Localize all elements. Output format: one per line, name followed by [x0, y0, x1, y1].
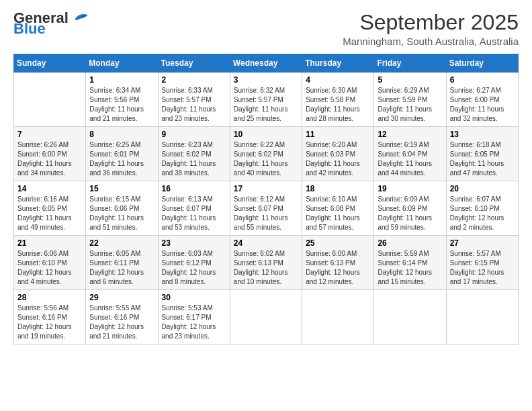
calendar-cell: 1Sunrise: 6:34 AMSunset: 5:56 PMDaylight…	[86, 73, 158, 127]
day-number: 17	[234, 184, 298, 193]
day-number: 26	[378, 238, 442, 248]
calendar-cell: 25Sunrise: 6:00 AMSunset: 6:13 PMDayligh…	[302, 236, 374, 290]
day-info: Sunrise: 6:15 AMSunset: 6:06 PMDaylight:…	[89, 195, 154, 232]
calendar-cell: 6Sunrise: 6:27 AMSunset: 6:00 PMDaylight…	[446, 73, 518, 127]
logo-bird-icon	[70, 11, 89, 23]
day-info: Sunrise: 6:34 AMSunset: 5:56 PMDaylight:…	[89, 86, 154, 124]
calendar-week-1: 1Sunrise: 6:34 AMSunset: 5:56 PMDaylight…	[14, 73, 519, 127]
calendar-cell: 29Sunrise: 5:55 AMSunset: 6:16 PMDayligh…	[86, 290, 158, 345]
page-header: General Blue September 2025 Manningham, …	[13, 11, 519, 47]
title-block: September 2025 Manningham, South Austral…	[343, 11, 519, 47]
day-number: 25	[306, 238, 370, 248]
day-info: Sunrise: 6:05 AMSunset: 6:11 PMDaylight:…	[89, 249, 154, 287]
calendar-cell: 14Sunrise: 6:16 AMSunset: 6:05 PMDayligh…	[14, 181, 86, 236]
day-info: Sunrise: 6:13 AMSunset: 6:07 PMDaylight:…	[162, 195, 226, 232]
calendar-week-4: 21Sunrise: 6:06 AMSunset: 6:10 PMDayligh…	[14, 236, 519, 290]
day-number: 19	[378, 184, 442, 193]
calendar-cell: 17Sunrise: 6:12 AMSunset: 6:07 PMDayligh…	[230, 181, 302, 236]
day-number: 27	[450, 238, 515, 248]
day-number: 23	[162, 238, 226, 248]
day-info: Sunrise: 6:06 AMSunset: 6:10 PMDaylight:…	[17, 249, 82, 287]
day-info: Sunrise: 6:02 AMSunset: 6:13 PMDaylight:…	[234, 249, 298, 287]
calendar-week-5: 28Sunrise: 5:56 AMSunset: 6:16 PMDayligh…	[14, 290, 519, 345]
column-header-sunday: Sunday	[14, 54, 86, 73]
day-number: 18	[306, 184, 370, 193]
day-number: 10	[234, 130, 298, 139]
day-number: 1	[89, 75, 154, 85]
column-header-tuesday: Tuesday	[158, 54, 230, 73]
day-number: 5	[378, 75, 442, 85]
calendar-week-3: 14Sunrise: 6:16 AMSunset: 6:05 PMDayligh…	[14, 181, 519, 236]
day-info: Sunrise: 6:18 AMSunset: 6:05 PMDaylight:…	[450, 140, 515, 178]
calendar-cell: 27Sunrise: 5:57 AMSunset: 6:15 PMDayligh…	[446, 236, 518, 290]
calendar-cell: 4Sunrise: 6:30 AMSunset: 5:58 PMDaylight…	[302, 73, 374, 127]
calendar-cell: 24Sunrise: 6:02 AMSunset: 6:13 PMDayligh…	[230, 236, 302, 290]
day-info: Sunrise: 5:56 AMSunset: 6:16 PMDaylight:…	[17, 304, 82, 341]
day-info: Sunrise: 5:59 AMSunset: 6:14 PMDaylight:…	[378, 249, 442, 287]
logo-blue-text: Blue	[13, 21, 46, 36]
calendar-cell: 3Sunrise: 6:32 AMSunset: 5:57 PMDaylight…	[230, 73, 302, 127]
day-number: 16	[162, 184, 226, 193]
calendar-table: SundayMondayTuesdayWednesdayThursdayFrid…	[13, 54, 519, 345]
day-number: 8	[89, 130, 154, 139]
calendar-cell: 5Sunrise: 6:29 AMSunset: 5:59 PMDaylight…	[374, 73, 446, 127]
day-info: Sunrise: 5:53 AMSunset: 6:17 PMDaylight:…	[162, 304, 226, 341]
calendar-cell	[446, 290, 518, 345]
calendar-week-2: 7Sunrise: 6:26 AMSunset: 6:00 PMDaylight…	[14, 127, 519, 181]
day-info: Sunrise: 6:27 AMSunset: 6:00 PMDaylight:…	[450, 86, 515, 124]
day-number: 24	[234, 238, 298, 248]
day-info: Sunrise: 6:10 AMSunset: 6:08 PMDaylight:…	[306, 195, 370, 232]
column-header-saturday: Saturday	[446, 54, 518, 73]
day-info: Sunrise: 6:12 AMSunset: 6:07 PMDaylight:…	[234, 195, 298, 232]
day-info: Sunrise: 6:26 AMSunset: 6:00 PMDaylight:…	[17, 140, 82, 178]
day-info: Sunrise: 6:32 AMSunset: 5:57 PMDaylight:…	[234, 86, 298, 124]
calendar-cell: 30Sunrise: 5:53 AMSunset: 6:17 PMDayligh…	[158, 290, 230, 345]
day-number: 13	[450, 130, 515, 139]
day-number: 21	[17, 238, 82, 248]
day-info: Sunrise: 6:16 AMSunset: 6:05 PMDaylight:…	[17, 195, 82, 232]
calendar-cell: 7Sunrise: 6:26 AMSunset: 6:00 PMDaylight…	[14, 127, 86, 181]
calendar-cell: 13Sunrise: 6:18 AMSunset: 6:05 PMDayligh…	[446, 127, 518, 181]
day-info: Sunrise: 6:00 AMSunset: 6:13 PMDaylight:…	[306, 249, 370, 287]
calendar-cell: 21Sunrise: 6:06 AMSunset: 6:10 PMDayligh…	[14, 236, 86, 290]
day-info: Sunrise: 6:09 AMSunset: 6:09 PMDaylight:…	[378, 195, 442, 232]
day-number: 2	[162, 75, 226, 85]
calendar-cell: 11Sunrise: 6:20 AMSunset: 6:03 PMDayligh…	[302, 127, 374, 181]
day-number: 15	[89, 184, 154, 193]
day-info: Sunrise: 6:20 AMSunset: 6:03 PMDaylight:…	[306, 140, 370, 178]
day-info: Sunrise: 6:22 AMSunset: 6:02 PMDaylight:…	[234, 140, 298, 178]
day-number: 6	[450, 75, 515, 85]
column-header-wednesday: Wednesday	[230, 54, 302, 73]
calendar-cell: 9Sunrise: 6:23 AMSunset: 6:02 PMDaylight…	[158, 127, 230, 181]
day-info: Sunrise: 5:57 AMSunset: 6:15 PMDaylight:…	[450, 249, 515, 287]
column-header-thursday: Thursday	[302, 54, 374, 73]
calendar-header: SundayMondayTuesdayWednesdayThursdayFrid…	[14, 54, 519, 73]
day-number: 7	[17, 130, 82, 139]
day-number: 22	[89, 238, 154, 248]
day-info: Sunrise: 6:33 AMSunset: 5:57 PMDaylight:…	[162, 86, 226, 124]
day-number: 4	[306, 75, 370, 85]
column-header-monday: Monday	[86, 54, 158, 73]
day-number: 3	[234, 75, 298, 85]
day-number: 29	[89, 293, 154, 302]
calendar-cell: 2Sunrise: 6:33 AMSunset: 5:57 PMDaylight…	[158, 73, 230, 127]
calendar-cell: 15Sunrise: 6:15 AMSunset: 6:06 PMDayligh…	[86, 181, 158, 236]
calendar-body: 1Sunrise: 6:34 AMSunset: 5:56 PMDaylight…	[14, 73, 519, 345]
day-info: Sunrise: 6:30 AMSunset: 5:58 PMDaylight:…	[306, 86, 370, 124]
day-info: Sunrise: 5:55 AMSunset: 6:16 PMDaylight:…	[89, 304, 154, 341]
day-number: 14	[17, 184, 82, 193]
calendar-cell: 26Sunrise: 5:59 AMSunset: 6:14 PMDayligh…	[374, 236, 446, 290]
day-info: Sunrise: 6:25 AMSunset: 6:01 PMDaylight:…	[89, 140, 154, 178]
calendar-cell: 22Sunrise: 6:05 AMSunset: 6:11 PMDayligh…	[86, 236, 158, 290]
calendar-cell: 16Sunrise: 6:13 AMSunset: 6:07 PMDayligh…	[158, 181, 230, 236]
calendar-cell: 12Sunrise: 6:19 AMSunset: 6:04 PMDayligh…	[374, 127, 446, 181]
page-subtitle: Manningham, South Australia, Australia	[343, 36, 519, 47]
calendar-cell: 8Sunrise: 6:25 AMSunset: 6:01 PMDaylight…	[86, 127, 158, 181]
page-title: September 2025	[343, 11, 519, 34]
day-header-row: SundayMondayTuesdayWednesdayThursdayFrid…	[14, 54, 519, 73]
day-number: 20	[450, 184, 515, 193]
calendar-cell	[230, 290, 302, 345]
day-number: 9	[162, 130, 226, 139]
calendar-cell	[14, 73, 86, 127]
calendar-cell: 28Sunrise: 5:56 AMSunset: 6:16 PMDayligh…	[14, 290, 86, 345]
